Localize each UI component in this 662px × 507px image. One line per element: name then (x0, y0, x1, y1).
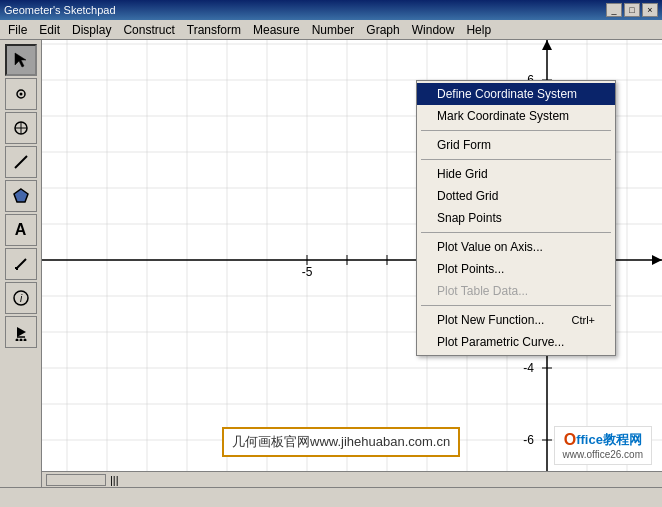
horizontal-scrollbar[interactable]: ||| (42, 471, 662, 487)
svg-marker-7 (14, 189, 28, 202)
scroll-indicator: ||| (110, 474, 119, 486)
watermark-text: 几何画板官网www.jihehuaban.com.cn (222, 427, 460, 457)
menu-measure[interactable]: Measure (247, 21, 306, 39)
title-bar: Geometer's Sketchpad _ □ × (0, 0, 662, 20)
title-bar-title: Geometer's Sketchpad (4, 4, 116, 16)
office-logo-rest: ffice教程网 (576, 431, 642, 449)
main-layout: A i (0, 40, 662, 487)
toolbar: A i (0, 40, 42, 487)
tool-polygon[interactable] (5, 180, 37, 212)
close-button[interactable]: × (642, 3, 658, 17)
menu-construct[interactable]: Construct (117, 21, 180, 39)
svg-marker-0 (15, 53, 26, 67)
menu-help[interactable]: Help (460, 21, 497, 39)
svg-text:-4: -4 (523, 361, 534, 375)
separator-3 (421, 232, 611, 233)
svg-point-15 (15, 339, 18, 342)
menu-item-plot-points[interactable]: Plot Points... (417, 258, 615, 280)
menu-bar: File Edit Display Construct Transform Me… (0, 20, 662, 40)
graph-dropdown-menu: Define Coordinate System Mark Coordinate… (416, 80, 616, 356)
menu-item-mark-coordinate[interactable]: Mark Coordinate System (417, 105, 615, 127)
menu-item-snap-points[interactable]: Snap Points (417, 207, 615, 229)
separator-1 (421, 130, 611, 131)
svg-point-2 (19, 93, 22, 96)
maximize-button[interactable]: □ (624, 3, 640, 17)
menu-item-dotted-grid[interactable]: Dotted Grid (417, 185, 615, 207)
status-bar (0, 487, 662, 507)
tool-point[interactable] (5, 78, 37, 110)
menu-item-plot-function[interactable]: Plot New Function... Ctrl+ (417, 309, 615, 331)
svg-point-16 (19, 339, 22, 342)
office-watermark: O ffice教程网 www.office26.com (554, 426, 652, 465)
tool-line[interactable] (5, 146, 37, 178)
menu-number[interactable]: Number (306, 21, 361, 39)
svg-text:i: i (19, 293, 22, 304)
menu-item-plot-table: Plot Table Data... (417, 280, 615, 302)
menu-item-plot-value[interactable]: Plot Value on Axis... (417, 236, 615, 258)
plot-function-shortcut: Ctrl+ (571, 314, 595, 326)
office-logo-o: O (564, 431, 576, 449)
menu-file[interactable]: File (2, 21, 33, 39)
svg-marker-13 (17, 327, 26, 337)
menu-item-define-coordinate[interactable]: Define Coordinate System (417, 83, 615, 105)
menu-transform[interactable]: Transform (181, 21, 247, 39)
tool-compass[interactable] (5, 112, 37, 144)
menu-graph[interactable]: Graph (360, 21, 405, 39)
tool-pointer[interactable] (5, 44, 37, 76)
menu-item-hide-grid[interactable]: Hide Grid (417, 163, 615, 185)
tool-info[interactable]: i (5, 282, 37, 314)
separator-2 (421, 159, 611, 160)
tool-animation[interactable] (5, 316, 37, 348)
title-bar-controls: _ □ × (606, 3, 658, 17)
svg-marker-49 (542, 40, 552, 50)
tool-text[interactable]: A (5, 214, 37, 246)
svg-marker-48 (652, 255, 662, 265)
svg-point-17 (23, 339, 26, 342)
office-url: www.office26.com (563, 449, 643, 460)
svg-line-6 (15, 156, 27, 168)
svg-text:-5: -5 (302, 265, 313, 279)
separator-4 (421, 305, 611, 306)
menu-display[interactable]: Display (66, 21, 117, 39)
menu-item-grid-form[interactable]: Grid Form (417, 134, 615, 156)
minimize-button[interactable]: _ (606, 3, 622, 17)
tool-marker[interactable] (5, 248, 37, 280)
plot-function-label: Plot New Function... (437, 313, 544, 327)
scroll-thumb[interactable] (46, 474, 106, 486)
svg-line-8 (16, 259, 26, 269)
menu-item-plot-parametric[interactable]: Plot Parametric Curve... (417, 331, 615, 353)
menu-window[interactable]: Window (406, 21, 461, 39)
svg-text:-6: -6 (523, 433, 534, 447)
menu-edit[interactable]: Edit (33, 21, 66, 39)
